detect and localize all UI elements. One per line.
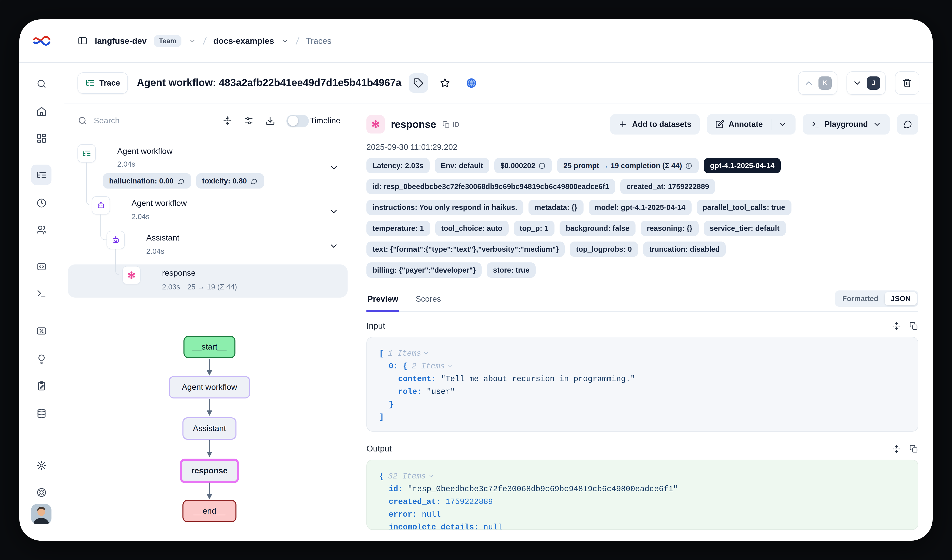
search-input[interactable] xyxy=(93,116,161,126)
playground-button[interactable]: Playground xyxy=(802,114,890,134)
json-line: role: "user" xyxy=(379,386,906,398)
org-name[interactable]: langfuse-dev xyxy=(95,36,147,46)
agent-node-icon[interactable] xyxy=(107,231,125,249)
sidebar-item-sessions[interactable] xyxy=(31,193,51,213)
add-to-datasets-button[interactable]: Add to datasets xyxy=(610,114,700,134)
sidebar-item-home[interactable] xyxy=(31,101,51,121)
sidebar-item-users[interactable] xyxy=(31,220,51,240)
sidebar-item-playground[interactable] xyxy=(31,283,51,304)
detail-actions: Add to datasets Annotate Playground xyxy=(610,114,918,134)
content-row: Timeline Agent workflow 2.04s xyxy=(64,103,933,541)
evaluation-icon xyxy=(36,353,46,364)
sidebar-item-tracing[interactable] xyxy=(31,165,51,185)
chevron-down-icon[interactable] xyxy=(778,120,787,129)
annotate-button[interactable]: Annotate xyxy=(706,114,795,134)
comment-icon[interactable] xyxy=(250,177,258,185)
tree-row-agent-workflow[interactable]: Agent workflow xyxy=(131,199,187,208)
breadcrumb-page[interactable]: Traces xyxy=(306,36,332,46)
sidebar xyxy=(19,19,64,541)
tab-preview[interactable]: Preview xyxy=(366,295,399,312)
metadata-chip-row: instructions: You only respond in haikus… xyxy=(366,200,918,215)
previous-trace-button[interactable]: K xyxy=(798,71,837,94)
graph-node-agent-workflow[interactable]: Agent workflow xyxy=(169,376,250,398)
sidebar-item-settings[interactable] xyxy=(31,455,51,475)
collapse-section-icon[interactable] xyxy=(892,321,901,330)
user-avatar[interactable] xyxy=(31,504,51,525)
tab-scores[interactable]: Scores xyxy=(414,295,442,312)
metadata-chip: temperature: 1 xyxy=(366,221,430,236)
agent-node-icon[interactable] xyxy=(92,196,110,214)
graph-edge-arrow xyxy=(206,440,213,458)
traces-icon xyxy=(36,170,46,180)
sidebar-item-dashboards[interactable] xyxy=(31,128,51,148)
copy-id-button[interactable]: ID xyxy=(442,120,459,128)
graph-node-start[interactable]: __start__ xyxy=(184,336,235,358)
graph-node-assistant[interactable]: Assistant xyxy=(182,417,236,440)
breadcrumb-separator: / xyxy=(202,35,207,46)
generation-node-icon[interactable]: ✻ xyxy=(122,266,141,284)
langfuse-logo-icon[interactable] xyxy=(32,35,51,47)
collapse-all-icon[interactable] xyxy=(222,116,232,126)
score-label: toxicity: 0.80 xyxy=(202,177,247,185)
collapse-items-toggle[interactable]: 32 Items xyxy=(388,472,434,481)
sidebar-item-datasets[interactable] xyxy=(31,403,51,423)
json-token-string: "Tell me about recursion in programming.… xyxy=(441,375,635,384)
copy-icon[interactable] xyxy=(909,444,918,453)
org-switcher[interactable] xyxy=(189,37,196,45)
graph-node-response[interactable]: response xyxy=(180,458,239,483)
collapse-row-button[interactable] xyxy=(329,241,339,251)
collapse-row-button[interactable] xyxy=(329,162,339,173)
metadata-chip-row: temperature: 1tool_choice: autotop_p: 1b… xyxy=(366,221,918,236)
sessions-icon xyxy=(36,197,46,208)
json-token-punct: : xyxy=(474,523,484,530)
graph-node-end[interactable]: __end__ xyxy=(182,500,236,522)
collapse-items-toggle[interactable]: 2 Items xyxy=(412,362,453,371)
json-token-key: error xyxy=(389,510,412,519)
sidebar-item-prompts[interactable] xyxy=(31,256,51,277)
timeline-toggle[interactable] xyxy=(286,114,309,127)
visibility-button[interactable] xyxy=(462,73,481,93)
delete-trace-button[interactable] xyxy=(895,71,920,94)
bookmark-button[interactable] xyxy=(435,73,454,93)
collapse-items-toggle[interactable]: 1 Items xyxy=(388,349,430,358)
sidebar-item-support[interactable] xyxy=(31,482,51,503)
copy-icon[interactable] xyxy=(909,321,918,330)
json-token-bracket: } xyxy=(389,400,393,409)
download-icon[interactable] xyxy=(265,116,275,126)
json-token-bracket: [ xyxy=(379,349,384,358)
prompts-icon xyxy=(36,261,46,272)
toggle-knob xyxy=(288,116,298,126)
tags-button[interactable] xyxy=(408,73,428,93)
sidebar-item-search[interactable] xyxy=(31,73,51,94)
tree-row-trace[interactable]: Agent workflow xyxy=(117,147,173,156)
trash-icon xyxy=(902,78,912,88)
collapse-row-button[interactable] xyxy=(329,207,339,216)
format-toggle-json[interactable]: JSON xyxy=(884,292,917,305)
tree-tools xyxy=(222,114,309,127)
view-settings-icon[interactable] xyxy=(244,116,254,126)
comment-icon xyxy=(903,120,912,129)
add-to-datasets-label: Add to datasets xyxy=(632,120,692,129)
score-label: hallucination: 0.00 xyxy=(109,177,173,185)
collapse-section-icon[interactable] xyxy=(892,444,901,453)
comments-button[interactable] xyxy=(897,114,918,134)
dashboard-icon xyxy=(36,133,46,143)
json-line: ] xyxy=(379,411,906,424)
sidebar-item-annotation-queues[interactable] xyxy=(31,376,51,396)
sidebar-item-evaluation[interactable] xyxy=(31,349,51,369)
comment-icon[interactable] xyxy=(177,177,185,185)
format-toggle-formatted[interactable]: Formatted xyxy=(836,292,884,305)
project-name[interactable]: docs-examples xyxy=(213,36,274,46)
button-divider xyxy=(771,119,772,130)
next-trace-button[interactable]: J xyxy=(847,71,886,94)
project-switcher[interactable] xyxy=(281,37,289,45)
tree-row-response[interactable]: response xyxy=(162,268,196,278)
trace-node-icon[interactable] xyxy=(77,144,96,162)
playground-label: Playground xyxy=(824,120,868,129)
tree-row-assistant[interactable]: Assistant xyxy=(146,233,179,242)
sidebar-item-scores[interactable] xyxy=(31,321,51,341)
panel-toggle-button[interactable] xyxy=(77,35,88,46)
json-token-key: role xyxy=(398,387,417,396)
panel-left-icon xyxy=(77,35,88,46)
info-icon xyxy=(538,162,546,170)
